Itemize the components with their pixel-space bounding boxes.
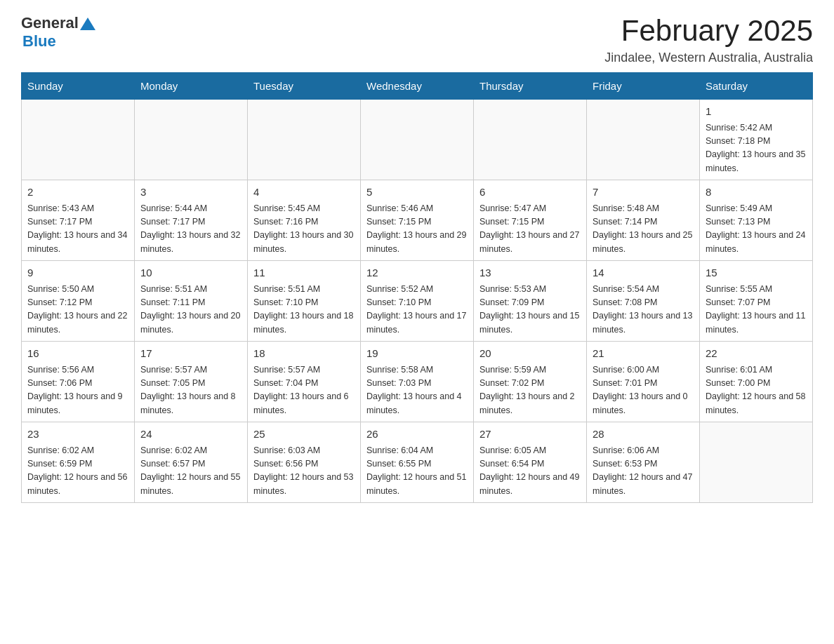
day-info: Sunrise: 5:55 AMSunset: 7:07 PMDaylight:… [706, 283, 807, 337]
page-header: General Blue February 2025 Jindalee, Wes… [21, 14, 813, 65]
calendar-week-row: 16Sunrise: 5:56 AMSunset: 7:06 PMDayligh… [22, 342, 813, 422]
day-info: Sunrise: 5:44 AMSunset: 7:17 PMDaylight:… [140, 202, 241, 257]
day-info: Sunrise: 5:59 AMSunset: 7:02 PMDaylight:… [479, 363, 581, 418]
day-info: Sunrise: 6:00 AMSunset: 7:01 PMDaylight:… [593, 363, 694, 418]
day-info: Sunrise: 5:48 AMSunset: 7:14 PMDaylight:… [593, 202, 694, 257]
day-info: Sunrise: 6:04 AMSunset: 6:55 PMDaylight:… [366, 444, 468, 499]
day-number: 5 [366, 185, 468, 201]
day-info: Sunrise: 5:49 AMSunset: 7:13 PMDaylight:… [706, 202, 807, 257]
table-row: 17Sunrise: 5:57 AMSunset: 7:05 PMDayligh… [135, 342, 248, 422]
table-row: 27Sunrise: 6:05 AMSunset: 6:54 PMDayligh… [474, 422, 587, 503]
table-row: 5Sunrise: 5:46 AMSunset: 7:15 PMDaylight… [361, 180, 474, 261]
table-row: 15Sunrise: 5:55 AMSunset: 7:07 PMDayligh… [700, 261, 813, 342]
table-row: 11Sunrise: 5:51 AMSunset: 7:10 PMDayligh… [248, 261, 361, 342]
location-subtitle: Jindalee, Western Australia, Australia [604, 51, 813, 65]
day-number: 27 [479, 427, 581, 443]
calendar-week-row: 1Sunrise: 5:42 AMSunset: 7:18 PMDaylight… [22, 100, 813, 180]
table-row: 19Sunrise: 5:58 AMSunset: 7:03 PMDayligh… [361, 342, 474, 422]
day-info: Sunrise: 5:53 AMSunset: 7:09 PMDaylight:… [479, 283, 581, 337]
day-info: Sunrise: 6:01 AMSunset: 7:00 PMDaylight:… [706, 363, 807, 418]
day-number: 4 [253, 185, 355, 201]
col-wednesday: Wednesday [361, 73, 474, 100]
day-number: 26 [366, 427, 468, 443]
table-row [361, 100, 474, 180]
col-saturday: Saturday [700, 73, 813, 100]
day-info: Sunrise: 5:42 AMSunset: 7:18 PMDaylight:… [706, 121, 807, 176]
day-number: 12 [366, 265, 468, 281]
table-row: 1Sunrise: 5:42 AMSunset: 7:18 PMDaylight… [700, 100, 813, 180]
table-row: 10Sunrise: 5:51 AMSunset: 7:11 PMDayligh… [135, 261, 248, 342]
col-sunday: Sunday [22, 73, 135, 100]
table-row: 25Sunrise: 6:03 AMSunset: 6:56 PMDayligh… [248, 422, 361, 503]
day-info: Sunrise: 5:57 AMSunset: 7:04 PMDaylight:… [253, 363, 355, 418]
calendar-week-row: 2Sunrise: 5:43 AMSunset: 7:17 PMDaylight… [22, 180, 813, 261]
day-number: 1 [706, 104, 807, 120]
day-info: Sunrise: 6:02 AMSunset: 6:57 PMDaylight:… [140, 444, 241, 499]
calendar-week-row: 9Sunrise: 5:50 AMSunset: 7:12 PMDaylight… [22, 261, 813, 342]
title-block: February 2025 Jindalee, Western Australi… [604, 14, 813, 65]
table-row: 21Sunrise: 6:00 AMSunset: 7:01 PMDayligh… [587, 342, 700, 422]
table-row: 23Sunrise: 6:02 AMSunset: 6:59 PMDayligh… [22, 422, 135, 503]
day-number: 14 [593, 265, 694, 281]
table-row: 20Sunrise: 5:59 AMSunset: 7:02 PMDayligh… [474, 342, 587, 422]
day-info: Sunrise: 5:57 AMSunset: 7:05 PMDaylight:… [140, 363, 241, 418]
table-row [248, 100, 361, 180]
day-info: Sunrise: 5:51 AMSunset: 7:10 PMDaylight:… [253, 283, 355, 337]
table-row [700, 422, 813, 503]
table-row: 4Sunrise: 5:45 AMSunset: 7:16 PMDaylight… [248, 180, 361, 261]
day-info: Sunrise: 5:43 AMSunset: 7:17 PMDaylight:… [27, 202, 128, 257]
logo-blue-text: Blue [22, 32, 56, 51]
header-row: Sunday Monday Tuesday Wednesday Thursday… [22, 73, 813, 100]
table-row [587, 100, 700, 180]
col-friday: Friday [587, 73, 700, 100]
table-row: 22Sunrise: 6:01 AMSunset: 7:00 PMDayligh… [700, 342, 813, 422]
day-info: Sunrise: 5:45 AMSunset: 7:16 PMDaylight:… [253, 202, 355, 257]
col-thursday: Thursday [474, 73, 587, 100]
table-row: 14Sunrise: 5:54 AMSunset: 7:08 PMDayligh… [587, 261, 700, 342]
table-row: 6Sunrise: 5:47 AMSunset: 7:15 PMDaylight… [474, 180, 587, 261]
day-number: 7 [593, 185, 694, 201]
day-number: 15 [706, 265, 807, 281]
day-number: 21 [593, 346, 694, 362]
day-info: Sunrise: 6:03 AMSunset: 6:56 PMDaylight:… [253, 444, 355, 499]
day-number: 28 [593, 427, 694, 443]
table-row: 12Sunrise: 5:52 AMSunset: 7:10 PMDayligh… [361, 261, 474, 342]
table-row: 26Sunrise: 6:04 AMSunset: 6:55 PMDayligh… [361, 422, 474, 503]
calendar-week-row: 23Sunrise: 6:02 AMSunset: 6:59 PMDayligh… [22, 422, 813, 503]
logo: General Blue [21, 14, 95, 51]
day-number: 19 [366, 346, 468, 362]
day-info: Sunrise: 5:58 AMSunset: 7:03 PMDaylight:… [366, 363, 468, 418]
day-number: 10 [140, 265, 241, 281]
calendar-body: 1Sunrise: 5:42 AMSunset: 7:18 PMDaylight… [22, 100, 813, 503]
table-row: 18Sunrise: 5:57 AMSunset: 7:04 PMDayligh… [248, 342, 361, 422]
day-number: 2 [27, 185, 128, 201]
day-number: 9 [27, 265, 128, 281]
day-info: Sunrise: 5:56 AMSunset: 7:06 PMDaylight:… [27, 363, 128, 418]
day-number: 20 [479, 346, 581, 362]
logo-triangle-icon [80, 16, 95, 32]
table-row [474, 100, 587, 180]
day-info: Sunrise: 5:47 AMSunset: 7:15 PMDaylight:… [479, 202, 581, 257]
day-info: Sunrise: 5:54 AMSunset: 7:08 PMDaylight:… [593, 283, 694, 337]
day-number: 8 [706, 185, 807, 201]
day-number: 18 [253, 346, 355, 362]
month-title: February 2025 [604, 14, 813, 48]
day-number: 24 [140, 427, 241, 443]
day-number: 6 [479, 185, 581, 201]
table-row: 3Sunrise: 5:44 AMSunset: 7:17 PMDaylight… [135, 180, 248, 261]
table-row: 24Sunrise: 6:02 AMSunset: 6:57 PMDayligh… [135, 422, 248, 503]
svg-marker-0 [80, 18, 95, 30]
day-info: Sunrise: 6:02 AMSunset: 6:59 PMDaylight:… [27, 444, 128, 499]
day-info: Sunrise: 5:46 AMSunset: 7:15 PMDaylight:… [366, 202, 468, 257]
day-number: 3 [140, 185, 241, 201]
day-info: Sunrise: 5:50 AMSunset: 7:12 PMDaylight:… [27, 283, 128, 337]
col-tuesday: Tuesday [248, 73, 361, 100]
day-number: 13 [479, 265, 581, 281]
calendar-header: Sunday Monday Tuesday Wednesday Thursday… [22, 73, 813, 100]
col-monday: Monday [135, 73, 248, 100]
day-info: Sunrise: 5:52 AMSunset: 7:10 PMDaylight:… [366, 283, 468, 337]
day-number: 17 [140, 346, 241, 362]
calendar-table: Sunday Monday Tuesday Wednesday Thursday… [21, 72, 813, 503]
table-row [135, 100, 248, 180]
table-row: 28Sunrise: 6:06 AMSunset: 6:53 PMDayligh… [587, 422, 700, 503]
